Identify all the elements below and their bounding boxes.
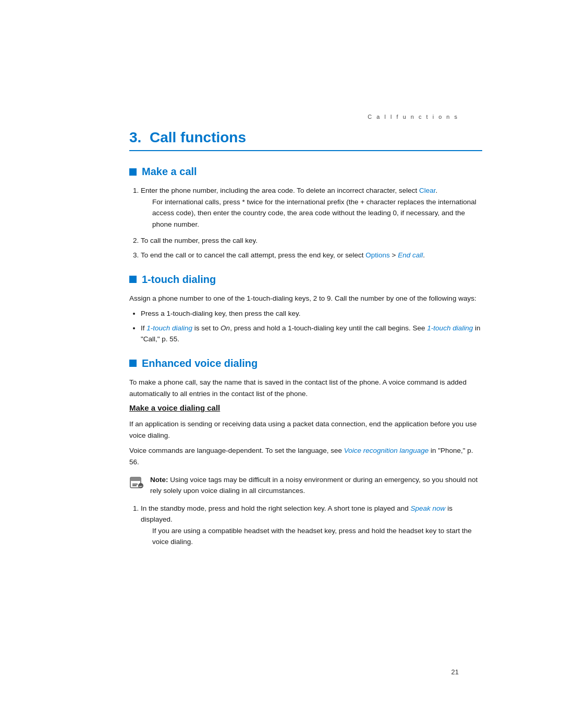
step-1: Enter the phone number, including the ar… [141, 185, 482, 230]
blue-square-icon-2 [129, 276, 137, 283]
voice-dialing-para-2: Voice commands are language-dependent. T… [129, 445, 482, 467]
step-1-text: Enter the phone number, including the ar… [141, 187, 437, 194]
note-content: Note: Using voice tags may be difficult … [150, 474, 482, 497]
content-area: 3. Call functions Make a call Enter the … [129, 129, 482, 560]
voice-dialing-para-1: If an application is sending or receivin… [129, 418, 482, 441]
section-enhanced-voice: Enhanced voice dialing To make a phone c… [129, 357, 482, 548]
note-box: ↩ Note: Using voice tags may be difficul… [129, 474, 482, 497]
step-2: To call the number, press the call key. [141, 235, 482, 246]
section-one-touch-dialing: 1-touch dialing Assign a phone number to… [129, 274, 482, 345]
section-title-make-a-call: Make a call [142, 166, 197, 178]
blue-square-icon-3 [129, 360, 137, 367]
svg-rect-1 [130, 477, 141, 481]
page-container: C a l l f u n c t i o n s 3. Call functi… [0, 0, 563, 728]
section-heading-make-a-call: Make a call [129, 166, 482, 178]
note-icon: ↩ [129, 475, 144, 490]
step-1-note: For international calls, press * twice f… [152, 196, 482, 230]
voice-dialing-steps: In the standby mode, press and hold the … [129, 503, 482, 548]
section-title-enhanced-voice: Enhanced voice dialing [142, 357, 258, 369]
options-link[interactable]: Options [365, 251, 390, 259]
enhanced-voice-intro: To make a phone call, say the name that … [129, 377, 482, 399]
end-call-link[interactable]: End call [398, 251, 423, 259]
subsection-heading-voice-dialing: Make a voice dialing call [129, 403, 482, 412]
make-a-call-steps: Enter the phone number, including the ar… [129, 185, 482, 261]
bullet-2: If 1-touch dialing is set to On, press a… [141, 323, 482, 345]
voice-step-1-note: If you are using a compatible headset wi… [152, 525, 482, 548]
note-svg-icon: ↩ [129, 475, 144, 490]
bullet-1: Press a 1-touch-dialing key, then press … [141, 308, 482, 319]
svg-rect-3 [132, 485, 137, 486]
header-label: C a l l f u n c t i o n s [368, 114, 459, 120]
clear-link[interactable]: Clear [419, 187, 436, 194]
step-3: To end the call or to cancel the call at… [141, 250, 482, 261]
one-touch-intro: Assign a phone number to one of the 1-to… [129, 293, 482, 304]
page-number: 21 [451, 668, 459, 676]
svg-text:↩: ↩ [139, 484, 142, 488]
one-touch-bullets: Press a 1-touch-dialing key, then press … [129, 308, 482, 345]
subsection-voice-dialing-call: Make a voice dialing call If an applicat… [129, 403, 482, 548]
voice-step-1: In the standby mode, press and hold the … [141, 503, 482, 548]
section-heading-one-touch: 1-touch dialing [129, 274, 482, 286]
voice-step-1-text: In the standby mode, press and hold the … [141, 504, 452, 524]
speak-now-link[interactable]: Speak now [411, 504, 446, 512]
one-touch-dialing-link-2[interactable]: 1-touch dialing [427, 324, 473, 332]
blue-square-icon [129, 168, 137, 176]
section-heading-enhanced-voice: Enhanced voice dialing [129, 357, 482, 369]
section-make-a-call: Make a call Enter the phone number, incl… [129, 166, 482, 261]
chapter-title: 3. Call functions [129, 129, 482, 151]
voice-recognition-language-link[interactable]: Voice recognition language [344, 447, 429, 454]
svg-rect-2 [132, 484, 138, 485]
section-title-one-touch: 1-touch dialing [142, 274, 216, 286]
one-touch-dialing-link[interactable]: 1-touch dialing [146, 324, 192, 332]
